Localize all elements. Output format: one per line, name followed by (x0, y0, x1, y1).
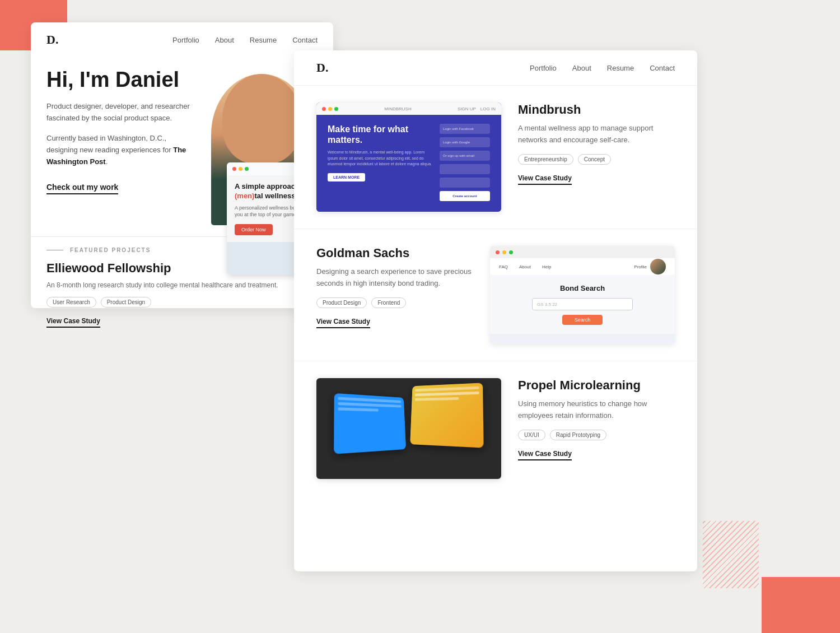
phone-container (336, 384, 482, 473)
nav-contact-front[interactable]: Contact (650, 64, 675, 72)
goldman-browser-top (490, 246, 675, 258)
gs-nav-about[interactable]: About (519, 264, 531, 269)
mindbrush-fb-field: Login with Facebook (440, 124, 490, 134)
nav-about-front[interactable]: About (572, 64, 591, 72)
nav-bar-back: D. Portfolio About Resume Contact (31, 22, 333, 57)
gs-dot-green (509, 250, 513, 254)
portrait-face (222, 74, 301, 164)
phone-back-screen (334, 393, 406, 454)
mindbrush-right: Login with Facebook Login with Google Or… (440, 124, 490, 203)
dot-green (245, 167, 249, 171)
goldman-search-button[interactable]: Search (562, 315, 603, 325)
mb-dot-red (322, 107, 326, 111)
mindbrush-body-text: Welcome to Mindbrush, a mental well-bein… (328, 150, 432, 167)
phone-front (410, 383, 483, 448)
hero-bio2: Currently based in Washington, D.C., des… (46, 133, 194, 167)
goldman-body: Bond Search GS 3.5 22 Search (490, 275, 675, 334)
nav-links-front: Portfolio About Resume Contact (530, 64, 675, 72)
tag-rapid-proto: Rapid Prototyping (550, 430, 607, 440)
propel-section: Propel Microlearning Using memory heuris… (294, 361, 697, 496)
dot-yellow (239, 167, 242, 171)
mindbrush-screenshot: MINDBRUSH SIGN UP LOG IN Make time for w… (316, 103, 501, 212)
mindbrush-browser-top: MINDBRUSH SIGN UP LOG IN (316, 103, 501, 115)
propel-summary: Using memory heuristics to change how em… (518, 398, 675, 422)
deco-coral-bottom-right (762, 577, 840, 633)
mindbrush-title: Mindbrush (518, 103, 675, 117)
tag-entrepreneurship: Entrepreneurship (518, 154, 573, 165)
hero-title: Hi, I'm Daniel (46, 68, 194, 92)
mindbrush-summary: A mental wellness app to manage support … (518, 123, 675, 146)
elliewood-desc: An 8-month long research study into coll… (46, 280, 318, 290)
goldman-search-title: Bond Search (501, 284, 664, 292)
logo-front: D. (316, 60, 328, 75)
mindbrush-left: Make time for what matters. Welcome to M… (328, 124, 432, 203)
logo-back: D. (46, 32, 58, 47)
mindbrush-email-label: Or sign up with email (440, 151, 490, 161)
goldman-search-bar[interactable]: GS 3.5 22 (532, 298, 633, 310)
goldman-summary: Designing a search experience to save pr… (316, 266, 473, 290)
mb-dot-yellow (328, 107, 332, 111)
hero-bio1: Product designer, developer, and researc… (46, 101, 194, 124)
propel-screenshot (316, 378, 501, 479)
nav-about-back[interactable]: About (215, 36, 234, 44)
hero-text: Hi, I'm Daniel Product designer, develop… (46, 68, 194, 194)
nav-links-back: Portfolio About Resume Contact (172, 36, 318, 44)
phone-back (334, 393, 406, 454)
goldman-title: Goldman Sachs (316, 246, 473, 260)
mindbrush-create-btn[interactable]: Create account (440, 191, 490, 201)
deco-stripe (703, 521, 759, 588)
tag-frontend: Frontend (371, 297, 406, 308)
mindbrush-pass-input[interactable] (440, 178, 490, 188)
tag-product-design-gs: Product Design (316, 297, 367, 308)
mindbrush-cta-btn[interactable]: LEARN MORE (328, 173, 365, 181)
snippet-order-btn[interactable]: Order Now (235, 224, 273, 235)
gs-nav-faq[interactable]: FAQ (499, 264, 508, 269)
nav-bar-front: D. Portfolio About Resume Contact (294, 50, 697, 86)
tag-product-design: Product Design (101, 297, 151, 308)
gs-dot-red (496, 250, 500, 254)
gs-profile-avatar (650, 259, 666, 274)
propel-tags: UX/UI Rapid Prototyping (518, 430, 675, 440)
goldman-nav: FAQ About Help Profile (490, 258, 675, 275)
gs-nav-profile[interactable]: Profile (634, 264, 647, 269)
goldman-cta[interactable]: View Case Study (316, 318, 370, 328)
mindbrush-tags: Entrepreneurship Concept (518, 154, 675, 165)
goldman-tags: Product Design Frontend (316, 297, 473, 308)
mindbrush-cta[interactable]: View Case Study (518, 174, 572, 185)
elliewood-tags: User Research Product Design (46, 297, 318, 308)
tag-concept: Concept (578, 154, 611, 165)
gs-dot-yellow (502, 250, 506, 254)
mindbrush-email-input[interactable] (440, 164, 490, 174)
mindbrush-headline: Make time for what matters. (328, 124, 432, 145)
nav-portfolio-front[interactable]: Portfolio (530, 64, 557, 72)
mindbrush-body: Make time for what matters. Welcome to M… (316, 115, 501, 212)
tag-user-research: User Research (46, 297, 96, 308)
nav-portfolio-back[interactable]: Portfolio (172, 36, 199, 44)
nav-resume-front[interactable]: Resume (607, 64, 634, 72)
gs-nav-help[interactable]: Help (542, 264, 551, 269)
propel-info: Propel Microlearning Using memory heuris… (518, 378, 675, 460)
goldman-screenshot: FAQ About Help Profile Bond Search GS 3.… (490, 246, 675, 344)
propel-cta[interactable]: View Case Study (518, 450, 572, 460)
goldman-search-btn-wrap: Search (501, 315, 664, 325)
portfolio-card-front: D. Portfolio About Resume Contact (294, 50, 697, 571)
propel-title: Propel Microlearning (518, 378, 675, 393)
tag-ux-ui: UX/UI (518, 430, 545, 440)
nav-resume-back[interactable]: Resume (250, 36, 277, 44)
mindbrush-section: MINDBRUSH SIGN UP LOG IN Make time for w… (294, 86, 697, 229)
mindbrush-project: MINDBRUSH SIGN UP LOG IN Make time for w… (316, 103, 675, 212)
mindbrush-dots (322, 107, 338, 111)
mindbrush-mockup: MINDBRUSH SIGN UP LOG IN Make time for w… (316, 103, 501, 212)
portfolio-card-back: D. Portfolio About Resume Contact Hi, I'… (31, 22, 333, 308)
nav-contact-back[interactable]: Contact (292, 36, 318, 44)
mb-dot-green (334, 107, 338, 111)
hero-cta-link[interactable]: Check out my work (46, 183, 118, 194)
dot-red (232, 167, 236, 171)
mindbrush-google-field: Login with Google (440, 137, 490, 147)
goldman-search-value: GS 3.5 22 (537, 302, 557, 307)
mindbrush-info: Mindbrush A mental wellness app to manag… (518, 103, 675, 185)
goldman-info: Goldman Sachs Designing a search experie… (316, 246, 473, 328)
elliewood-cta[interactable]: View Case Study (46, 317, 100, 328)
mindbrush-brand-label: MINDBRUSH (384, 106, 411, 111)
phone-front-screen (410, 383, 483, 448)
